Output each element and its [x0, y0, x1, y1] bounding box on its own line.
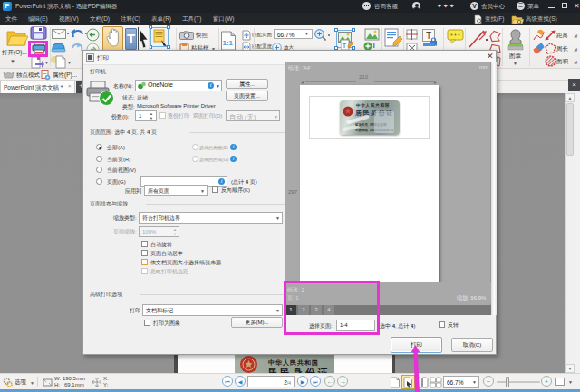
svg-text:1:1: 1:1	[223, 39, 234, 47]
svg-text:T: T	[343, 42, 347, 50]
svg-text:T: T	[372, 41, 377, 50]
